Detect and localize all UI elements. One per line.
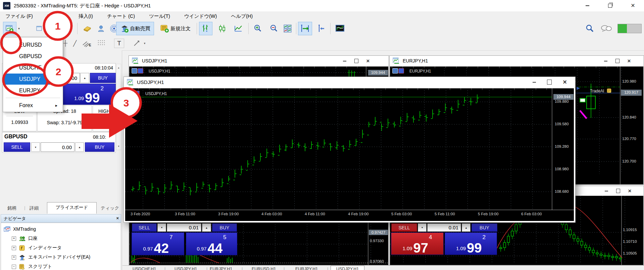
new-chart-button[interactable] <box>3 22 16 35</box>
collapse-minus-icon[interactable]: − <box>12 265 16 269</box>
eurusd-sell-quote[interactable]: 1.09 97 4 <box>391 232 444 255</box>
bar-chart-mode-button[interactable] <box>199 22 212 35</box>
close-button[interactable]: × <box>363 57 373 65</box>
history-button[interactable] <box>81 22 94 35</box>
eurusd-sell-button[interactable]: SELL <box>391 223 417 232</box>
minimize-button[interactable] <box>578 0 597 11</box>
minimize-button[interactable] <box>339 57 350 65</box>
candle-chart-mode-button[interactable] <box>215 22 229 35</box>
indicators-button[interactable] <box>333 22 347 35</box>
chart-tab-5-usdjpy-h1[interactable]: USDJPY,H1 <box>331 266 364 270</box>
dropdown-item-eurusd[interactable]: EURUSD <box>4 39 61 50</box>
eurusd-buy-button[interactable]: BUY <box>472 223 497 232</box>
new-chart-caret[interactable]: ▾ <box>17 22 21 35</box>
lot-spin-up-2[interactable]: ▴ <box>75 142 84 152</box>
dropdown-item-usdchf[interactable]: USDCHF <box>4 62 61 73</box>
auto-scroll-button[interactable] <box>298 22 312 35</box>
profile-caret[interactable]: ▾ <box>47 22 51 35</box>
maximize-button[interactable] <box>612 57 623 65</box>
floating-usdjpy-chart[interactable]: USDJPY,H1 109.944 109.880109.580109.2801… <box>125 88 574 221</box>
navigator-close-icon[interactable]: × <box>116 216 119 221</box>
chart-grid-icon[interactable] <box>128 91 134 96</box>
usdchf-lot-caret[interactable]: ▾ <box>157 223 166 232</box>
tab-ticks[interactable]: ティック <box>101 205 119 211</box>
lot-input-2[interactable]: 0.00 <box>41 142 75 152</box>
maximize-button[interactable] <box>613 187 623 195</box>
shapes-icon[interactable] <box>132 39 142 48</box>
grid-icon[interactable] <box>96 39 106 48</box>
tab-details[interactable]: 詳細 <box>30 205 39 211</box>
expand-plus-icon[interactable]: + <box>12 246 16 250</box>
restore-button[interactable] <box>601 0 620 11</box>
close-button[interactable]: × <box>559 78 571 86</box>
maximize-button[interactable] <box>543 78 555 86</box>
new-order-button[interactable]: 新規注文 <box>156 22 195 35</box>
floating-titlebar[interactable]: USDJPY,H1 × <box>124 77 575 88</box>
minimize-button[interactable] <box>528 78 540 86</box>
chart-save-icon[interactable] <box>138 68 143 74</box>
menu-insert[interactable]: 挿入(I) <box>73 13 102 19</box>
zoom-in-button[interactable] <box>251 22 264 35</box>
buy-button[interactable]: BUY <box>90 73 116 83</box>
usdjpy-bg-titlebar[interactable]: USDJPY,H1 × <box>129 56 389 66</box>
minimize-button[interactable] <box>600 57 611 65</box>
menu-window[interactable]: ウインドウ(W) <box>179 13 226 19</box>
dropdown-item-eurjpy[interactable]: EURJPY <box>4 85 61 96</box>
navigator-item--ea-[interactable]: +エキスパートアドバイザ(EA) <box>12 253 90 262</box>
expand-plus-icon[interactable]: + <box>12 236 16 241</box>
usdchf-buy-quote[interactable]: 0.97 44 5 <box>186 232 237 255</box>
navigator-header[interactable]: ナビゲータ × <box>1 214 121 223</box>
usdchf-lot-input[interactable]: 0.01 <box>167 223 201 232</box>
usdchf-sell-quote[interactable]: 0.97 42 7 <box>132 232 184 255</box>
navigator-item-xmtrading[interactable]: XMTrading <box>4 224 36 234</box>
zoom-out-button[interactable] <box>267 22 281 35</box>
menu-help[interactable]: ヘルプ(H) <box>226 13 261 19</box>
chart-tab-2-eurjpy-h1[interactable]: EURJPY,H1 <box>210 267 232 270</box>
tab-priceboard[interactable]: プライスボード <box>47 202 97 214</box>
buy-button-2[interactable]: BUY <box>85 142 114 152</box>
channel-icon[interactable]: E <box>81 39 94 48</box>
community-button[interactable] <box>95 22 107 35</box>
maximize-button[interactable] <box>351 57 361 65</box>
minimize-button[interactable] <box>601 187 611 195</box>
shapes-caret[interactable]: ▾ <box>142 39 147 48</box>
eurusd-lot-input[interactable]: 0.01 <box>427 223 461 232</box>
line-chart-mode-button[interactable] <box>232 22 245 35</box>
chart-tab-3-eurusd-h1[interactable]: EURUSD,H1 <box>252 267 276 270</box>
chart-tab-4-eurjpy-h1[interactable]: EURJPY,H1 <box>295 267 318 270</box>
usdchf-lot-spin-up[interactable]: ▴ <box>202 223 211 232</box>
usdchf-sell-button[interactable]: SELL <box>132 223 157 232</box>
profile-button[interactable] <box>33 22 46 35</box>
eurusd-buy-quote[interactable]: 1.09 99 2 <box>445 232 497 255</box>
chart-window-usdjpy-floating[interactable]: USDJPY,H1 × USDJPY,H1 109.944 109.880109… <box>123 77 576 223</box>
menu-tools[interactable]: ツール(T) <box>144 13 179 19</box>
eurusd-lot-spin-up[interactable]: ▴ <box>462 223 470 232</box>
close-button[interactable]: ✕ <box>624 0 642 11</box>
chat-button[interactable] <box>599 22 614 35</box>
chart-grid-icon[interactable] <box>392 68 398 74</box>
menu-chart[interactable]: チャート (C) <box>102 13 144 19</box>
close-button[interactable]: × <box>625 187 635 195</box>
trendline-icon[interactable]: ╱ <box>70 39 79 48</box>
dropdown-item-gbpusd[interactable]: GBPUSD <box>4 51 61 62</box>
chart-save-icon[interactable] <box>134 91 140 96</box>
sell-button-2[interactable]: SELL <box>4 142 30 152</box>
search-button[interactable] <box>583 22 596 35</box>
buy-quote-box[interactable]: 1.09 99 2 <box>62 84 116 105</box>
navigator-item--[interactable]: −スクリプト <box>12 262 52 270</box>
expand-plus-icon[interactable]: + <box>12 255 16 260</box>
chart-tab-0-usdchf-h1[interactable]: USDCHF,H1 <box>133 267 156 270</box>
tab-symbols[interactable]: 銘柄 <box>7 205 16 211</box>
auto-trading-button[interactable]: 自動売買 <box>116 22 154 35</box>
navigator-item--[interactable]: +fインディケータ <box>12 243 62 253</box>
usdchf-buy-button[interactable]: BUY <box>212 223 237 232</box>
chart-save-icon[interactable] <box>398 68 404 74</box>
scroll-up-icon[interactable]: ▴ <box>116 64 121 69</box>
navigator-item--[interactable]: +口座 <box>12 234 38 243</box>
eurjpy-titlebar[interactable]: EURJPY,H1 × <box>390 56 644 66</box>
tile-windows-button[interactable] <box>281 22 295 35</box>
chart-shift-button[interactable] <box>313 22 328 35</box>
scroll-down-icon[interactable]: ▾ <box>116 145 121 148</box>
market-watch-scrollbar[interactable]: ▴ ▾ <box>116 64 121 150</box>
lot-spin-up[interactable]: ▴ <box>80 73 89 83</box>
